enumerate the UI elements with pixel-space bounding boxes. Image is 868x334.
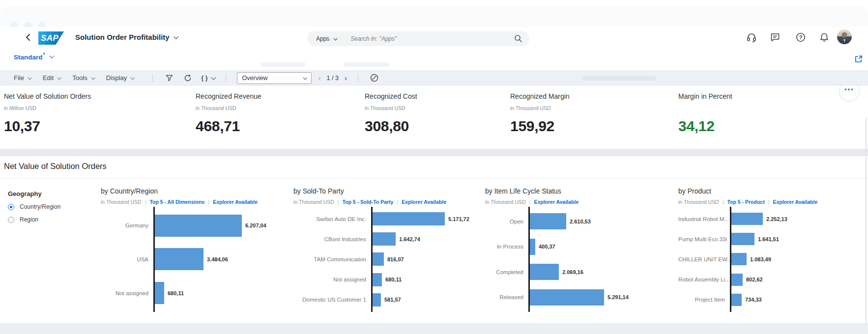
bar[interactable] (731, 253, 747, 265)
menu-edit[interactable]: Edit (43, 74, 60, 82)
chevron-down-icon (334, 36, 338, 40)
chart-plot-area: Swifan Auto DE Inc.5.171,72CBont Industr… (293, 209, 481, 310)
bar[interactable] (155, 248, 203, 270)
bar[interactable] (373, 293, 381, 306)
chart-subtitle: in Thousand USD|Top 5 - Sold-To Party|Ex… (293, 199, 481, 205)
page-prev-button[interactable]: ‹ (315, 74, 325, 82)
chart-link[interactable]: Explorer Available (773, 199, 817, 205)
menu-tools[interactable]: Tools (72, 74, 94, 82)
bar[interactable] (731, 294, 742, 306)
bar-category-label: Project Item (678, 297, 730, 303)
menu-display[interactable]: Display (106, 74, 134, 82)
bar[interactable] (731, 213, 763, 225)
chart-by-sold-to-party: by Sold-To Partyin Thousand USD|Top 5 - … (293, 187, 481, 310)
explorer-compass-icon[interactable] (370, 74, 379, 83)
subtitle-separator: | (768, 199, 770, 205)
page-view-select[interactable]: Overview (237, 72, 312, 84)
refresh-icon[interactable] (183, 74, 192, 83)
chevron-down-icon (303, 76, 307, 80)
sap-logo: SAP (38, 31, 64, 45)
variant-row: Standard* (0, 48, 868, 70)
kpi-tile-recognized-margin[interactable]: Recognized Margin in Thousand USD 159,92 (510, 92, 677, 135)
braces-label: { } (201, 75, 207, 82)
svg-text:?: ? (799, 34, 803, 40)
chart-by-item-life-cycle-status: by Item Life Cycle Statusin Thousand USD… (485, 187, 673, 310)
chart-plot-area: Germany6.207,04USA3.484,06Not assigned68… (101, 209, 289, 310)
chart-bar-row: Robot Assembly Li...802,62 (678, 274, 867, 286)
menu-file[interactable]: File (14, 74, 31, 82)
chart-unit-label: in Thousand USD (293, 199, 334, 205)
chevron-down-icon (211, 75, 216, 80)
kpi-tile-net-value[interactable]: Net Value of Solution Orders in Million … (4, 92, 171, 135)
app-title-menu[interactable]: Solution Order Profitability (75, 33, 177, 41)
kpi-title: Recognized Revenue (196, 92, 363, 100)
chart-bar-row: Germany6.207,04 (101, 215, 289, 237)
chevron-down-icon (174, 34, 178, 39)
kpi-value: 10,37 (4, 118, 171, 135)
bar[interactable] (731, 274, 743, 286)
subtitle-separator: | (338, 199, 339, 205)
next-section-edge (0, 323, 868, 334)
formula-braces-button[interactable]: { } (201, 75, 214, 82)
bar[interactable] (731, 233, 754, 245)
chart-link[interactable]: Top 5 - All Dimensions (149, 199, 204, 205)
bar-category-label: Not assigned (101, 290, 153, 296)
chart-by-country-region: by Country/Regionin Thousand USD|Top 5 -… (101, 187, 289, 310)
chart-subtitle: in Thousand USD|Top 5 - Product|Explorer… (678, 199, 867, 205)
section-title: Net Value of Solution Orders (4, 162, 107, 171)
chart-by-product: by Productin Thousand USD|Top 5 - Produc… (678, 187, 867, 310)
geography-filter-label: Geography (8, 190, 60, 197)
bar[interactable] (373, 232, 396, 246)
kpi-value: 308,80 (365, 118, 532, 135)
chart-bar-row: Domestic US Customer 1581,57 (293, 293, 481, 306)
bar[interactable] (530, 289, 604, 306)
chart-bar-row: In Process400,37 (485, 239, 673, 255)
chart-link[interactable]: Top 5 - Product (727, 199, 764, 205)
filter-icon[interactable] (165, 74, 174, 83)
bar[interactable] (530, 213, 566, 229)
bar[interactable] (373, 212, 445, 225)
chevron-down-icon (58, 76, 61, 80)
bar[interactable] (155, 215, 242, 237)
feedback-chat-icon[interactable] (770, 32, 781, 43)
chart-title: by Country/Region (101, 187, 289, 195)
vertical-scrollbar[interactable] (866, 118, 867, 334)
chart-link[interactable]: Top 5 - Sold-To Party (342, 199, 393, 205)
page-indicator: 1 / 3 (325, 75, 341, 82)
notifications-bell-icon[interactable] (819, 32, 830, 43)
variant-selector[interactable]: Standard* (14, 52, 53, 61)
bar[interactable] (530, 264, 559, 280)
bar-value-label: 680,11 (385, 277, 402, 282)
chart-link[interactable]: Explorer Available (402, 199, 446, 205)
bar[interactable] (373, 273, 382, 286)
subtitle-separator: | (397, 199, 398, 205)
search-bar[interactable]: Apps (307, 31, 529, 46)
kpi-tile-margin-in-percent[interactable]: Margin in Percent 34,12 (678, 92, 845, 135)
geography-filter-panel: Geography Country/Region Region (8, 190, 60, 223)
share-icon[interactable] (854, 55, 863, 63)
kpi-tile-recognized-cost[interactable]: Recognized Cost in Thousand USD 308,80 (365, 92, 532, 135)
bar-category-label: Domestic US Customer 1 (293, 297, 371, 303)
radio-option-country-region[interactable]: Country/Region (8, 203, 60, 210)
support-headset-icon[interactable] (746, 32, 757, 43)
bar[interactable] (155, 282, 164, 304)
chart-bar-row: Open2.610,53 (485, 213, 673, 229)
bar-category-label: Pump Multi Eco 33i (678, 236, 730, 242)
radio-option-region[interactable]: Region (8, 216, 60, 223)
search-input[interactable] (349, 35, 514, 43)
chart-link[interactable]: Explorer Available (534, 199, 579, 205)
toolbar-divider (358, 74, 358, 82)
bar-category-label: Robot Assembly Li... (678, 277, 730, 282)
bar-value-label: 802,62 (746, 277, 763, 282)
help-icon[interactable]: ? (795, 32, 806, 43)
kpi-tile-recognized-revenue[interactable]: Recognized Revenue in Thousand USD 468,7… (196, 92, 363, 135)
search-icon[interactable] (514, 34, 522, 43)
page-next-button[interactable]: › (341, 74, 351, 82)
bar[interactable] (530, 239, 535, 255)
chart-link[interactable]: Explorer Available (213, 199, 258, 205)
back-button[interactable] (23, 31, 33, 43)
bar[interactable] (373, 252, 384, 266)
toolbar-divider (152, 74, 153, 82)
search-scope-select[interactable]: Apps (316, 35, 337, 42)
user-avatar[interactable] (837, 29, 852, 44)
